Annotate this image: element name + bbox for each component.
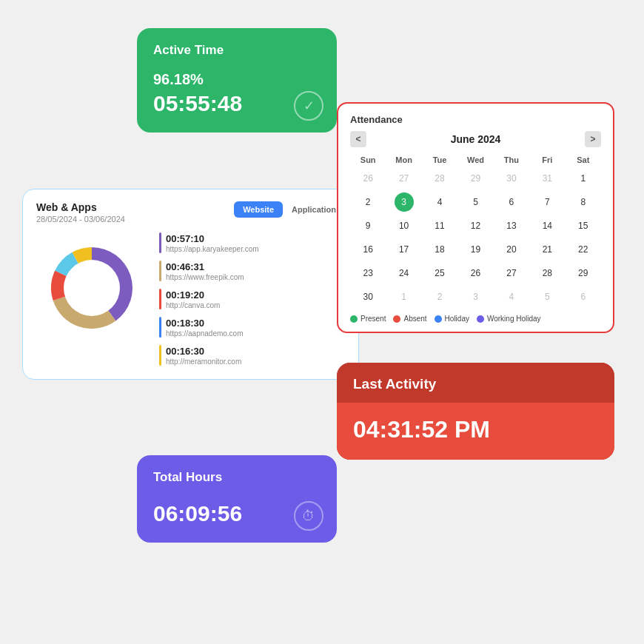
calendar-day[interactable]: 19 [457,238,493,261]
calendar-day[interactable]: 3 [386,190,421,214]
calendar-day[interactable]: 10 [386,214,421,238]
app-url: https://aapnademo.com [166,329,244,338]
calendar-day[interactable]: 1 [566,167,601,190]
app-color-bar [159,289,161,309]
legend-item: Present [350,315,386,323]
legend-color-dot [393,315,400,323]
calendar-day[interactable]: 14 [529,214,565,238]
svg-point-0 [64,260,120,316]
list-item: 00:57:10https://app.karyakeeper.com [159,232,345,253]
list-item: 00:16:30http://meramonitor.com [159,345,345,366]
app-url: https://www.freepik.com [166,273,244,281]
app-url: http://meramonitor.com [166,358,241,366]
total-hours-title: Total Hours [153,470,321,485]
calendar-next-button[interactable]: > [585,131,601,147]
legend-item: Working Holiday [477,315,541,323]
active-time-title: Active Time [153,43,321,58]
calendar-grid: SunMonTueWedThuFriSat 262728293031123456… [350,153,601,309]
web-apps-card: Web & Apps 28/05/2024 - 03/06/2024 Websi… [22,189,359,380]
calendar-day[interactable]: 9 [350,214,386,238]
calendar-day[interactable]: 22 [566,238,601,261]
calendar-month-label: June 2024 [451,133,501,145]
app-time: 00:16:30 [166,346,241,357]
app-url: http://canva.com [166,301,220,309]
calendar-day[interactable]: 25 [422,261,457,285]
legend-item: Holiday [435,315,469,323]
app-list: 00:57:10https://app.karyakeeper.com00:46… [159,232,345,366]
total-hours-card: Total Hours 06:09:56 ⏱ [137,455,337,543]
calendar-day[interactable]: 1 [386,285,421,309]
calendar-day[interactable]: 27 [386,167,421,190]
last-activity-time: 04:31:52 PM [353,416,598,443]
calendar-day[interactable]: 5 [457,190,493,214]
last-activity-card: Last Activity 04:31:52 PM [337,363,614,460]
calendar-day[interactable]: 5 [529,285,565,309]
app-color-bar [159,232,161,253]
legend-color-dot [477,315,484,323]
calendar-prev-button[interactable]: < [350,131,366,147]
list-item: 00:18:30https://aapnademo.com [159,317,345,338]
app-url: https://app.karyakeeper.com [166,245,259,253]
calendar-legend: PresentAbsentHolidayWorking Holiday [350,315,601,323]
calendar-day[interactable]: 6 [566,285,601,309]
legend-label: Absent [403,315,426,323]
calendar-day[interactable]: 31 [529,167,565,190]
calendar-day[interactable]: 28 [422,167,457,190]
calendar-day[interactable]: 20 [494,238,529,261]
calendar-day[interactable]: 29 [566,261,601,285]
list-item: 00:46:31https://www.freepik.com [159,261,345,281]
app-color-bar [159,345,161,366]
calendar-day[interactable]: 13 [494,214,529,238]
attendance-card: Attendance < June 2024 > SunMonTueWedThu… [337,102,614,333]
app-time: 00:57:10 [166,233,259,244]
app-time: 00:19:20 [166,289,220,301]
web-apps-date: 28/05/2024 - 03/06/2024 [36,215,125,224]
calendar-day[interactable]: 30 [350,285,386,309]
donut-chart [36,232,147,343]
calendar-day[interactable]: 17 [386,238,421,261]
web-apps-title: Web & Apps [36,201,125,213]
web-apps-tabs: Website Application [234,201,345,218]
calendar-day[interactable]: 16 [350,238,386,261]
app-time: 00:46:31 [166,261,244,272]
tab-website[interactable]: Website [234,201,283,218]
calendar-day[interactable]: 30 [494,167,529,190]
calendar-day[interactable]: 4 [494,285,529,309]
app-color-bar [159,261,161,281]
active-time-card: Active Time 96.18% 05:55:48 ✓ [137,28,337,133]
legend-label: Present [360,315,386,323]
calendar-day[interactable]: 4 [422,190,457,214]
calendar-day[interactable]: 24 [386,261,421,285]
calendar-day[interactable]: 23 [350,261,386,285]
list-item: 00:19:20http://canva.com [159,289,345,309]
legend-label: Working Holiday [487,315,541,323]
calendar-day[interactable]: 28 [529,261,565,285]
calendar-day[interactable]: 18 [422,238,457,261]
calendar-day[interactable]: 29 [457,167,493,190]
calendar-day[interactable]: 11 [422,214,457,238]
tab-application[interactable]: Application [283,201,345,218]
legend-color-dot [435,315,442,323]
active-time-percentage: 96.18% [153,71,321,88]
legend-label: Holiday [445,315,469,323]
attendance-title: Attendance [350,114,601,125]
calendar-day[interactable]: 12 [457,214,493,238]
calendar-day[interactable]: 15 [566,214,601,238]
calendar-day[interactable]: 8 [566,190,601,214]
calendar-day[interactable]: 26 [457,261,493,285]
last-activity-title: Last Activity [353,376,598,392]
calendar-day[interactable]: 27 [494,261,529,285]
app-color-bar [159,317,161,338]
calendar-day[interactable]: 2 [350,190,386,214]
legend-item: Absent [393,315,426,323]
calendar-day[interactable]: 26 [350,167,386,190]
calendar-day[interactable]: 7 [529,190,565,214]
legend-color-dot [350,315,358,323]
checkmark-icon: ✓ [294,91,323,121]
calendar-day[interactable]: 3 [457,285,493,309]
timer-icon: ⏱ [294,501,323,531]
calendar-day[interactable]: 2 [422,285,457,309]
calendar-day[interactable]: 6 [494,190,529,214]
calendar-day[interactable]: 21 [529,238,565,261]
app-time: 00:18:30 [166,318,244,329]
